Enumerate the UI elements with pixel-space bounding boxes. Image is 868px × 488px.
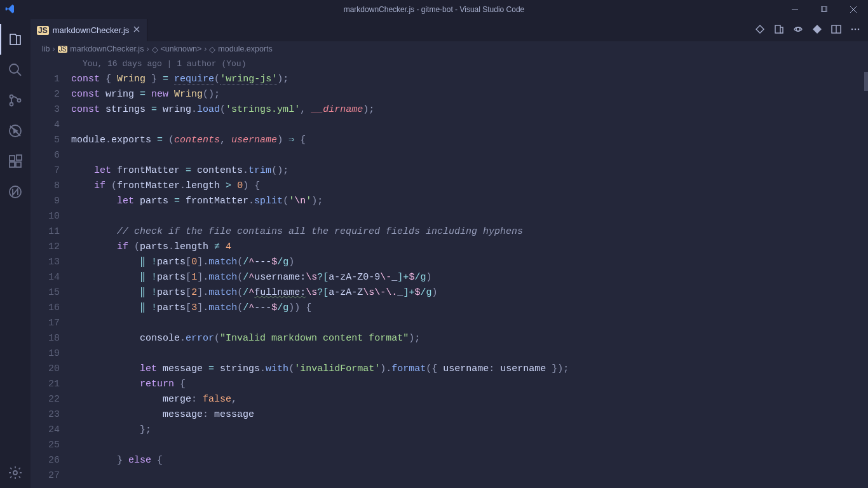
activity-bar [0, 19, 31, 488]
js-file-icon: JS [37, 26, 49, 35]
breadcrumb-seg[interactable]: markdownChecker.js [70, 44, 144, 53]
code-line: }; [71, 423, 868, 438]
code-content[interactable]: You, 16 days ago | 1 author (You)const {… [71, 57, 868, 488]
svg-rect-14 [17, 155, 22, 160]
nx-icon[interactable] [0, 177, 31, 207]
chevron-right-icon: › [53, 44, 55, 53]
tabs-bar: JS markdownChecker.js [31, 19, 868, 41]
tab-label: markdownChecker.js [53, 25, 130, 35]
tab-markdown-checker[interactable]: JS markdownChecker.js [31, 19, 147, 41]
svg-rect-2 [822, 6, 827, 11]
breadcrumb-seg[interactable]: <unknown> [161, 44, 202, 53]
svg-point-23 [851, 28, 853, 30]
action-icon-2[interactable] [774, 24, 784, 37]
breadcrumbs[interactable]: lib › JS markdownChecker.js › ◇ <unknown… [31, 41, 868, 57]
code-line: module.exports = (contents, username) ⇒ … [71, 133, 868, 148]
code-line [71, 346, 868, 362]
code-line: let parts = frontMatter.split('\n'); [71, 194, 868, 209]
tab-close-icon[interactable] [133, 25, 140, 35]
code-line: let frontMatter = contents.trim(); [71, 163, 868, 179]
search-icon[interactable] [0, 55, 31, 85]
chevron-right-icon: › [204, 44, 207, 53]
line-number-gutter: 1234567891011121314151617181920212223242… [31, 57, 71, 488]
code-line [71, 316, 868, 331]
more-actions-icon[interactable] [850, 24, 860, 37]
action-icon-3[interactable] [793, 24, 803, 37]
svg-point-7 [10, 95, 13, 98]
minimize-button[interactable] [780, 0, 810, 19]
code-line: if (parts.length ≠ 4 [71, 240, 868, 255]
code-line [71, 118, 868, 133]
codelens[interactable]: You, 16 days ago | 1 author (You) [71, 57, 868, 72]
js-file-icon: JS [58, 46, 68, 53]
code-line: const { Wring } = require('wring-js'); [71, 72, 868, 87]
code-line [71, 148, 868, 163]
extensions-icon[interactable] [0, 146, 31, 177]
svg-point-8 [10, 103, 13, 106]
vscode-logo-icon [5, 4, 15, 17]
title-bar: markdownChecker.js - gitme-bot - Visual … [0, 0, 868, 19]
code-line: const wring = new Wring(); [71, 87, 868, 102]
svg-point-16 [13, 471, 17, 475]
svg-point-25 [858, 28, 860, 30]
code-editor[interactable]: 1234567891011121314151617181920212223242… [31, 57, 868, 488]
code-line: ‖ !parts[3].match(/^---$/g)) { [71, 301, 868, 316]
action-icon-4[interactable] [812, 24, 822, 37]
action-icon-1[interactable] [755, 24, 765, 37]
maximize-button[interactable] [810, 0, 839, 19]
breadcrumb-seg[interactable]: lib [42, 44, 50, 53]
svg-rect-12 [10, 162, 15, 167]
svg-rect-11 [10, 156, 15, 161]
svg-rect-1 [821, 6, 826, 11]
svg-rect-19 [775, 25, 780, 33]
code-line: if (frontMatter.length > 0) { [71, 179, 868, 194]
code-line [71, 468, 868, 484]
symbol-icon: ◇ [209, 44, 215, 54]
code-line: message: message [71, 407, 868, 423]
close-button[interactable] [839, 0, 868, 19]
code-line: return { [71, 377, 868, 392]
code-line: ‖ !parts[2].match(/^fullname:\s?[a-zA-Z\… [71, 285, 868, 301]
settings-gear-icon[interactable] [0, 458, 31, 488]
code-line: ‖ !parts[1].match(/^username:\s?[a-zA-Z0… [71, 270, 868, 285]
svg-point-9 [18, 99, 21, 102]
explorer-icon[interactable] [0, 24, 31, 55]
code-line: console.error("Invalid markdown content … [71, 331, 868, 346]
symbol-icon: ◇ [152, 44, 158, 54]
code-line [71, 438, 868, 453]
code-line: merge: false, [71, 392, 868, 407]
chevron-right-icon: › [146, 44, 149, 53]
source-control-icon[interactable] [0, 85, 31, 116]
svg-rect-13 [16, 162, 21, 167]
window-controls [780, 0, 868, 19]
svg-line-6 [17, 72, 21, 76]
code-line [71, 209, 868, 224]
code-line: // check if the file contains all the re… [71, 224, 868, 240]
code-line: } else { [71, 453, 868, 468]
split-editor-icon[interactable] [831, 24, 841, 37]
code-line: let message = strings.with('invalidForma… [71, 362, 868, 377]
window-title: markdownChecker.js - gitme-bot - Visual … [344, 5, 525, 14]
scrollbar-thumb[interactable] [864, 72, 868, 91]
debug-icon[interactable] [0, 116, 31, 146]
code-line: const strings = wring.load('strings.yml'… [71, 102, 868, 118]
editor-area: JS markdownChecker.js lib › JS markdownC… [31, 19, 868, 488]
svg-point-5 [10, 64, 18, 73]
breadcrumb-seg[interactable]: module.exports [218, 44, 272, 53]
svg-point-24 [855, 28, 857, 30]
code-line: ‖ !parts[0].match(/^---$/g) [71, 255, 868, 270]
editor-actions [755, 19, 868, 41]
